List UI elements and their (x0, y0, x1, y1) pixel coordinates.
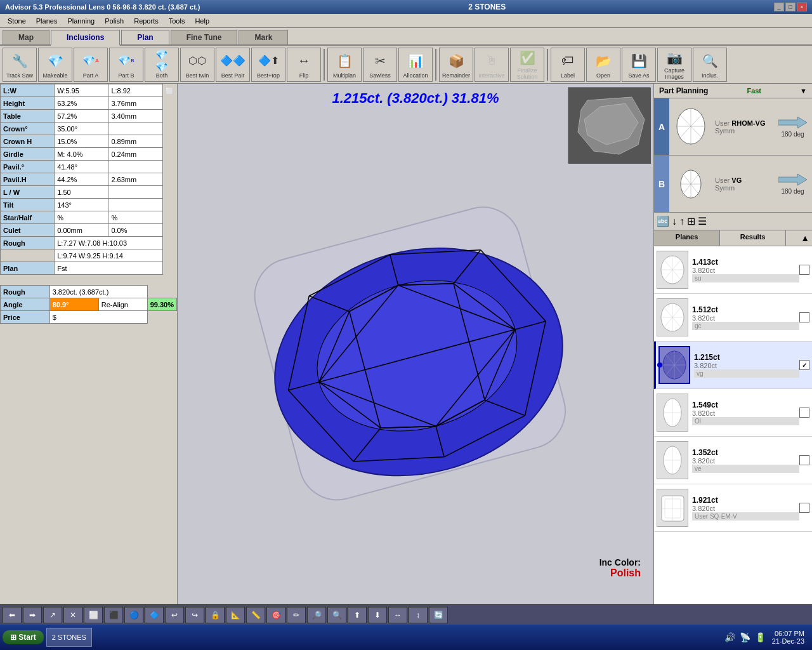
best-top-button[interactable]: 🔷⬆ Best+top (251, 48, 285, 82)
result-check-5[interactable] (799, 455, 809, 465)
result-check-6[interactable] (799, 503, 809, 513)
tab-mark[interactable]: Mark (239, 30, 288, 44)
menu-stone[interactable]: Stone (3, 16, 31, 26)
sort-bar: 🔤 ↓ ↑ ⊞ ☰ (654, 213, 812, 230)
best-pair-icon: 🔷🔷 (223, 51, 243, 71)
makeable-button[interactable]: 💎 Makeable (38, 48, 72, 82)
tab-inclusions[interactable]: Inclusions (51, 30, 120, 46)
result-label-1: su (692, 274, 799, 282)
result-total-5: 3.820ct (692, 457, 799, 465)
sawless-button[interactable]: ✂ Sawless (363, 48, 397, 82)
bottom-btn-17[interactable]: 🔍 (327, 607, 346, 623)
sort-az-icon[interactable]: 🔤 (657, 215, 669, 227)
bottom-btn-12[interactable]: 📐 (226, 607, 245, 623)
sort-list-icon[interactable]: ☰ (698, 215, 707, 227)
bottom-btn-8[interactable]: 🔷 (145, 607, 164, 623)
bottom-btn-11[interactable]: 🔒 (206, 607, 225, 623)
open-button[interactable]: 📂 Open (586, 48, 620, 82)
result-row-1[interactable]: 1.413ct 3.820ct su (654, 246, 812, 294)
part-a-button[interactable]: 💎A Part A (74, 48, 108, 82)
allocation-button[interactable]: 📊 Allocation (398, 48, 433, 82)
bottom-btn-4[interactable]: ✕ (63, 607, 82, 623)
part-b-diamond (672, 159, 710, 209)
maximize-button[interactable]: □ (785, 3, 796, 11)
menu-bar: Stone Planes Planning Polish Reports Too… (0, 14, 812, 28)
taskbar-icon-3[interactable]: 🔋 (754, 631, 767, 644)
interactive-button[interactable]: 🖱 Interactive (475, 48, 509, 82)
left-panel: L:W W:5.95 L:8.92 ⬜ Height 63.2% 3.76mm … (0, 84, 178, 604)
result-row-4[interactable]: 1.549ct 3.820ct Ol (654, 389, 812, 437)
bottom-btn-2[interactable]: ➡ (23, 607, 42, 623)
minimize-button[interactable]: _ (774, 3, 784, 11)
expand-lw[interactable]: ⬜ (162, 84, 176, 97)
height-val2: 3.76mm (108, 97, 162, 110)
label-button[interactable]: 🏷 Label (551, 48, 585, 82)
result-row-3[interactable]: 1.215ct 3.820ct vg ✓ (654, 342, 812, 389)
results-list[interactable]: 1.413ct 3.820ct su (654, 246, 812, 604)
tab-planes[interactable]: Planes (654, 230, 720, 246)
bottom-btn-16[interactable]: 🔎 (307, 607, 326, 623)
part-a-diamond (672, 102, 710, 152)
multiplan-button[interactable]: 📋 Multiplan (327, 48, 362, 82)
result-check-3[interactable]: ✓ (799, 360, 809, 370)
sort-grid-icon[interactable]: ⊞ (687, 215, 695, 227)
crown-deg-label: Crown° (1, 123, 55, 135)
bottom-btn-20[interactable]: ↔ (388, 607, 407, 623)
tab-map[interactable]: Map (3, 30, 49, 44)
sort-desc-icon[interactable]: ↓ (672, 216, 677, 227)
best-pair-button[interactable]: 🔷🔷 Best Pair (216, 48, 250, 82)
bottom-btn-6[interactable]: ⬛ (104, 607, 123, 623)
bottom-btn-3[interactable]: ↗ (43, 607, 62, 623)
capture-button[interactable]: 📷 Capture Images (657, 48, 691, 82)
result-check-1[interactable] (799, 265, 809, 275)
result-check-2[interactable] (799, 312, 809, 322)
tab-plan[interactable]: Plan (121, 30, 169, 44)
panel-expand-icon[interactable]: ▼ (800, 87, 807, 95)
result-row-6[interactable]: 1.921ct 3.820ct User SQ-EM-V (654, 484, 812, 532)
tab-finetune[interactable]: Fine Tune (171, 30, 238, 44)
bottom-btn-13[interactable]: 📏 (246, 607, 265, 623)
remainder-button[interactable]: 📦 Remainder (439, 48, 473, 82)
both-button[interactable]: 💎💎 Both (145, 48, 179, 82)
bottom-btn-15[interactable]: ✏ (287, 607, 306, 623)
part-a-letter: A (654, 98, 669, 155)
realign-button[interactable]: Re-Align (98, 298, 147, 311)
part-b-button[interactable]: 💎B Part B (109, 48, 143, 82)
bottom-btn-5[interactable]: ⬜ (84, 607, 103, 623)
inclusions-button[interactable]: 🔍 Inclus. (693, 48, 727, 82)
bottom-btn-21[interactable]: ↕ (409, 607, 428, 623)
menu-reports[interactable]: Reports (129, 16, 164, 26)
bottom-btn-22[interactable]: 🔄 (429, 607, 448, 623)
stone-view[interactable]: 1.215ct. (3.820ct.) 31.81% (178, 84, 653, 604)
menu-help[interactable]: Help (190, 16, 214, 26)
close-button[interactable]: × (797, 3, 807, 11)
tab-results[interactable]: Results (720, 230, 786, 246)
menu-planning[interactable]: Planning (62, 16, 100, 26)
bottom-btn-18[interactable]: ⬆ (348, 607, 367, 623)
track-saw-button[interactable]: 🔧 Track Saw (3, 48, 37, 82)
start-button[interactable]: ⊞ Start (3, 630, 44, 644)
taskbar-app-2stones[interactable]: 2 STONES (46, 628, 92, 647)
result-row-5[interactable]: 1.352ct 3.820ct ve (654, 437, 812, 484)
bottom-btn-19[interactable]: ⬇ (368, 607, 387, 623)
bottom-btn-1[interactable]: ⬅ (3, 607, 22, 623)
taskbar-icon-1[interactable]: 🔊 (724, 631, 737, 644)
flip-label: Flip (299, 72, 309, 79)
bottom-btn-10[interactable]: ↪ (185, 607, 204, 623)
save-as-button[interactable]: 💾 Save As (622, 48, 656, 82)
menu-planes[interactable]: Planes (31, 16, 63, 26)
makeable-icon: 💎 (45, 51, 65, 71)
collapse-results-icon[interactable]: ▲ (798, 230, 812, 246)
best-twin-button[interactable]: ⬡⬡ Best twin (180, 48, 214, 82)
bottom-btn-9[interactable]: ↩ (165, 607, 184, 623)
result-row-2[interactable]: 1.512ct 3.820ct gc (654, 294, 812, 342)
bottom-btn-7[interactable]: 🔵 (124, 607, 143, 623)
flip-button[interactable]: ↔ Flip (287, 48, 321, 82)
sort-asc-icon[interactable]: ↑ (679, 216, 684, 227)
menu-tools[interactable]: Tools (164, 16, 190, 26)
finalize-button[interactable]: ✅ Finalize Solution (510, 48, 544, 82)
menu-polish[interactable]: Polish (100, 16, 129, 26)
taskbar-icon-2[interactable]: 📡 (739, 631, 752, 644)
result-check-4[interactable] (799, 408, 809, 418)
bottom-btn-14[interactable]: 🎯 (266, 607, 285, 623)
